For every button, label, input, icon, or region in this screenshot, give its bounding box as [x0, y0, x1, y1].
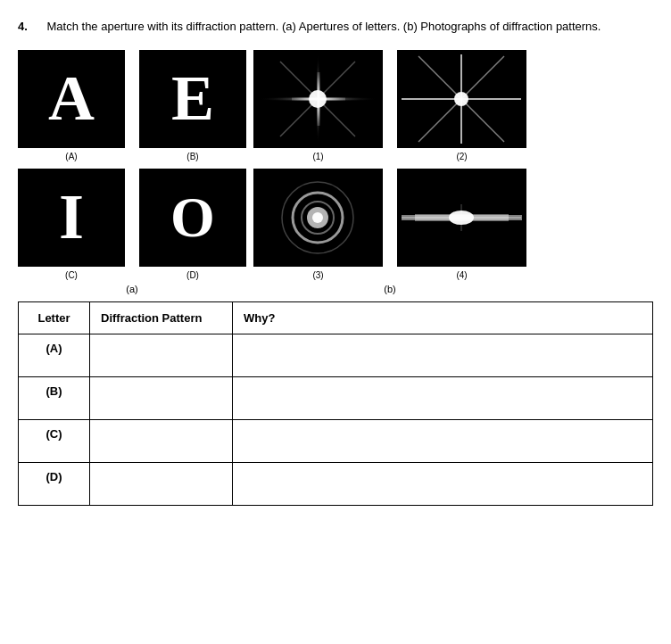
aperture-E-image: E	[139, 50, 246, 148]
pattern-2-block: (2)	[397, 50, 526, 161]
row-D-pattern[interactable]	[90, 462, 233, 505]
aperture-E-block: E (B)	[139, 50, 246, 161]
patterns-block: (1)	[253, 50, 526, 294]
row-A-why[interactable]	[233, 334, 653, 376]
row-A-letter: (A)	[19, 334, 90, 376]
apertures-top-row: A (A) E (B)	[18, 50, 246, 161]
pattern-1-image	[253, 50, 383, 148]
table-row: (D)	[19, 462, 653, 505]
row-B-pattern[interactable]	[90, 376, 233, 419]
row-D-why[interactable]	[233, 462, 653, 505]
aperture-A-block: A (A)	[18, 50, 125, 161]
table-row: (C)	[19, 419, 653, 462]
row-C-why[interactable]	[233, 419, 653, 462]
answer-table: Letter Diffraction Pattern Why? (A) (B) …	[18, 301, 653, 506]
pattern-1-block: (1)	[253, 50, 383, 161]
aperture-I-letter: I	[59, 180, 84, 254]
pattern-3-image	[253, 169, 383, 267]
aperture-I-caption: (C)	[65, 270, 78, 280]
table-header-row: Letter Diffraction Pattern Why?	[19, 301, 653, 334]
svg-point-23	[312, 212, 323, 223]
pattern-3-caption: (3)	[312, 270, 323, 280]
row-D-letter: (D)	[19, 462, 90, 505]
row-C-pattern[interactable]	[90, 419, 233, 462]
apertures-section-label: (a)	[18, 284, 246, 294]
aperture-O-caption: (D)	[186, 270, 199, 280]
patterns-top-row: (1)	[253, 50, 526, 161]
patterns-bottom-row: (3)	[253, 169, 526, 280]
pattern-1-caption: (1)	[312, 152, 323, 161]
pattern-4-block: (4)	[397, 169, 526, 280]
aperture-A-letter: A	[48, 62, 95, 136]
apertures-block: A (A) E (B) I (C)	[18, 50, 246, 294]
aperture-I-block: I (C)	[18, 169, 125, 280]
row-B-why[interactable]	[233, 376, 653, 419]
images-section: A (A) E (B) I (C)	[18, 50, 653, 294]
pattern-4-caption: (4)	[456, 270, 467, 280]
pattern-2-caption: (2)	[456, 152, 467, 161]
patterns-section-label: (b)	[253, 284, 526, 294]
svg-rect-1	[316, 54, 320, 144]
question-number: 4.	[18, 20, 28, 33]
pattern-4-image	[397, 169, 526, 267]
aperture-E-letter: E	[171, 62, 214, 136]
table-row: (B)	[19, 376, 653, 419]
question-text: 4. Match the aperture with its diffracti…	[18, 18, 653, 36]
header-pattern: Diffraction Pattern	[90, 301, 233, 334]
aperture-O-letter: O	[170, 185, 215, 251]
aperture-O-block: O (D)	[139, 169, 246, 280]
svg-rect-2	[258, 96, 378, 102]
svg-point-17	[454, 92, 468, 106]
header-letter: Letter	[19, 301, 90, 334]
aperture-E-caption: (B)	[186, 152, 198, 161]
aperture-I-image: I	[18, 169, 125, 267]
pattern-3-block: (3)	[253, 169, 383, 280]
table-row: (A)	[19, 334, 653, 376]
question-body: Match the aperture with its diffraction …	[47, 20, 601, 33]
header-why: Why?	[233, 301, 653, 334]
pattern-2-image	[397, 50, 526, 148]
row-B-letter: (B)	[19, 376, 90, 419]
aperture-A-image: A	[18, 50, 125, 148]
row-A-pattern[interactable]	[90, 334, 233, 376]
row-C-letter: (C)	[19, 419, 90, 462]
apertures-bottom-row: I (C) O (D)	[18, 169, 246, 280]
aperture-O-image: O	[139, 169, 246, 267]
aperture-A-caption: (A)	[65, 152, 77, 161]
